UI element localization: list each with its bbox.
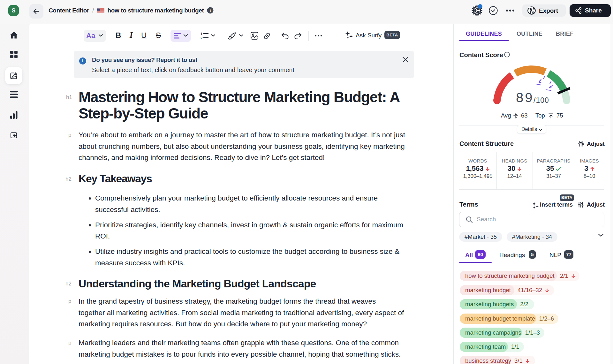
svg-text:2: 2 [201,36,202,40]
svg-text:1: 1 [201,32,202,36]
